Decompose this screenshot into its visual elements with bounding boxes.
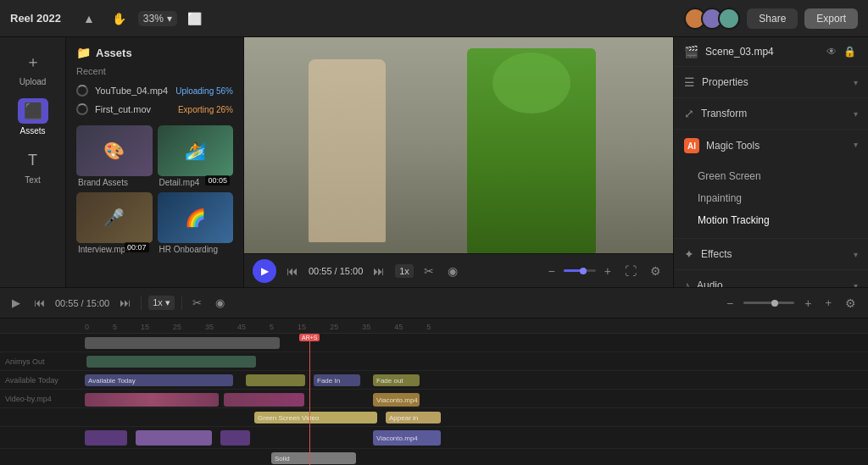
properties-icon: ☰ (684, 75, 695, 89)
prev-frame-button[interactable]: ⏮ (283, 263, 302, 280)
track-content-1 (85, 334, 868, 352)
volume-up-icon[interactable]: + (601, 263, 615, 280)
transform-section: ⤢ Transform ▾ (674, 98, 868, 130)
clip-appear[interactable]: Appear in (386, 412, 441, 423)
clip[interactable] (85, 430, 127, 446)
thumb-brand-assets[interactable]: 🎨 Brand Assets (76, 125, 153, 187)
clip-greenscreen[interactable]: Green Screen Video (254, 412, 377, 423)
timeline-tracks: 0 5 15 25 35 45 5 15 25 35 45 5 AR+S (0, 318, 868, 465)
transform-chevron-icon: ▾ (854, 109, 858, 119)
eye-button[interactable]: 👁 (825, 44, 838, 59)
top-right-controls: Share Export (684, 8, 858, 30)
track-label-available: Available Today (0, 376, 85, 385)
zoom-out-button[interactable]: − (723, 295, 737, 312)
sidebar-item-text[interactable]: T Text (0, 142, 65, 190)
assets-label: Assets (19, 126, 45, 136)
avatar-3 (718, 8, 740, 30)
video-preview: ▶ ⏮ 00:55 / 15:00 ⏭ 1x ✂ ◉ − + ⛶ ⚙ (244, 37, 673, 287)
thumb-interview[interactable]: 🎤 00:07 Interview.mp4 (76, 192, 153, 254)
timeline-settings-button[interactable]: ⚙ (842, 295, 860, 312)
track-content-greenscreen: Green Screen Video Appear in (85, 408, 868, 426)
magic-tools-label: Magic Tools (706, 140, 847, 152)
clip-fade[interactable]: Fade In (314, 374, 360, 386)
upload-status: Uploading 56% (175, 86, 233, 96)
scene-file-name: Scene_03.mp4 (705, 46, 818, 58)
transform-icon: ⤢ (684, 107, 694, 120)
monitor-button[interactable]: ⬜ (184, 8, 205, 29)
clip[interactable] (224, 393, 304, 407)
clip-solid[interactable]: Solid (271, 452, 356, 464)
file-name-section: 🎬 Scene_03.mp4 👁 🔒 (674, 37, 868, 67)
track-label-video: Video-by.mp4 (0, 395, 85, 403)
track-row-lower: Viaconto.mp4 (0, 427, 868, 449)
track-content-available: Available Today Fade In Fade out (85, 371, 868, 389)
sidebar-item-assets[interactable]: ⬛ Assets (0, 93, 65, 141)
thumb-hr-onboarding[interactable]: 🌈 HR Onboarding (158, 192, 234, 254)
audio-header[interactable]: ♪ Audio ▾ (674, 270, 868, 287)
timeline-skip-start-button[interactable]: ⏮ (31, 295, 48, 311)
magic-tools-header[interactable]: AI Magic Tools ▴ (674, 130, 868, 162)
thumb-detail-mp4[interactable]: 🏄 00:05 Detail.mp4 (158, 125, 234, 187)
track-row-animys: Animys Out (0, 352, 868, 371)
track-content-solid: Solid (85, 449, 868, 465)
timeline-magnet-button[interactable]: ◉ (212, 295, 228, 311)
assets-folder-icon: 📁 (76, 46, 91, 59)
export-button[interactable]: Export (804, 8, 858, 29)
magic-tools-chevron-icon: ▴ (854, 141, 858, 151)
timeline-speed-button[interactable]: 1x ▾ (148, 296, 175, 310)
progress-bar-container[interactable]: − + (544, 263, 615, 280)
clip[interactable] (136, 430, 212, 446)
zoom-in-button[interactable]: + (801, 295, 815, 312)
clip[interactable] (86, 356, 256, 368)
clip-fade-out[interactable]: Fade out (373, 374, 420, 386)
zoom-slider[interactable] (743, 302, 794, 304)
clip-viaconto[interactable]: Viaconto.mp4 (373, 430, 441, 446)
timeline-cut-button[interactable]: ✂ (189, 295, 205, 311)
clip-title[interactable]: Viaconto.mp4 (373, 393, 420, 407)
add-track-button[interactable]: + (821, 295, 835, 311)
assets-header: 📁 Assets (66, 37, 243, 64)
timeline-skip-end-button[interactable]: ⏭ (116, 295, 134, 311)
motion-tracking-item[interactable]: Motion Tracking (674, 209, 868, 231)
clip-available-today[interactable]: Available Today (85, 374, 233, 386)
clip[interactable] (246, 374, 305, 386)
clip[interactable] (85, 393, 219, 407)
playback-speed-button[interactable]: 1x (395, 264, 414, 278)
effects-header[interactable]: ✦ Effects ▾ (674, 239, 868, 269)
volume-down-icon[interactable]: − (544, 263, 558, 280)
cut-tool-button[interactable]: ✂ (420, 263, 437, 280)
green-screen-item[interactable]: Green Screen (674, 165, 868, 187)
hand-tool-button[interactable]: ✋ (107, 8, 131, 29)
video-canvas (244, 37, 673, 253)
time-total: 15:00 (340, 266, 364, 276)
brand-assets-thumbnail: 🎨 (76, 125, 153, 176)
settings-button[interactable]: ⚙ (647, 263, 665, 280)
clip[interactable] (85, 337, 280, 349)
share-button[interactable]: Share (747, 8, 798, 29)
zoom-control[interactable]: 33% ▾ (138, 11, 177, 26)
magnet-button[interactable]: ◉ (444, 263, 461, 280)
export-status: Exporting 26% (178, 105, 233, 114)
track-content-lower: Viaconto.mp4 (85, 427, 868, 448)
transform-header[interactable]: ⤢ Transform ▾ (674, 98, 868, 129)
next-frame-button[interactable]: ⏭ (370, 263, 388, 280)
inpainting-item[interactable]: Inpainting (674, 187, 868, 209)
file-item-firstcut[interactable]: First_cut.mov Exporting 26% (66, 100, 243, 119)
ai-badge: AI (684, 138, 699, 153)
file-item-youtube[interactable]: YouTube_04.mp4 Uploading 56% (66, 81, 243, 100)
clip[interactable] (220, 430, 250, 446)
play-button[interactable]: ▶ (253, 259, 276, 283)
sidebar-item-upload[interactable]: ＋ Upload (0, 44, 65, 91)
export-spinner-icon (76, 103, 88, 115)
fullscreen-button[interactable]: ⛶ (621, 263, 640, 280)
timeline-play-button[interactable]: ▶ (8, 295, 24, 311)
lock-button[interactable]: 🔒 (842, 44, 858, 59)
volume-bar[interactable] (564, 269, 596, 272)
toolbar-separator-2 (181, 296, 182, 310)
volume-thumb (580, 268, 587, 274)
upload-spinner-icon (76, 85, 88, 97)
track-row-video: Video-by.mp4 Viaconto.mp4 (0, 390, 868, 408)
main-content: ＋ Upload ⬛ Assets T Text 📁 Assets Recent… (0, 37, 868, 287)
properties-header[interactable]: ☰ Properties ▾ (674, 67, 868, 97)
select-tool-button[interactable]: ▲ (78, 8, 100, 29)
